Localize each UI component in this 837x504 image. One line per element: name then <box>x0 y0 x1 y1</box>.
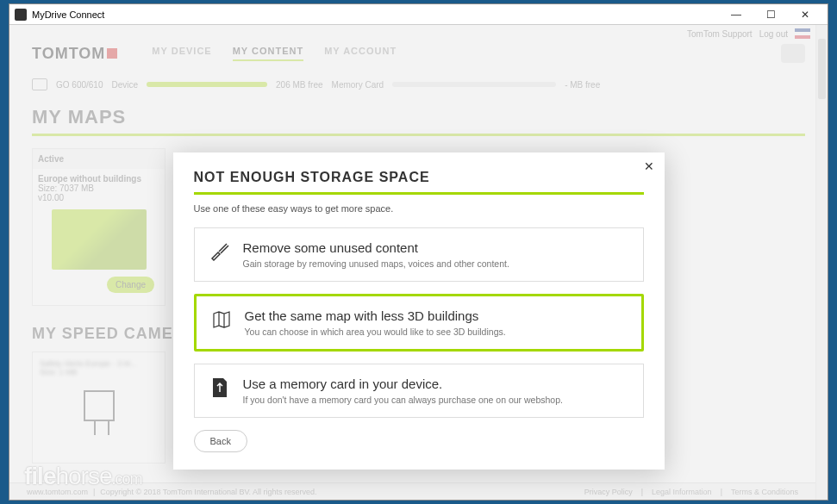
sd-card-icon <box>209 376 231 399</box>
app-window: MyDrive Connect — ☐ ✕ TomTom Support Log… <box>9 3 828 501</box>
watermark: filehorse.com <box>24 463 142 490</box>
modal-title: NOT ENOUGH STORAGE SPACE <box>194 170 644 195</box>
option2-desc: You can choose in which area you would l… <box>245 327 506 337</box>
titlebar: MyDrive Connect — ☐ ✕ <box>9 4 828 25</box>
modal-close-button[interactable]: ✕ <box>644 159 654 173</box>
option2-title: Get the same map with less 3D buildings <box>245 308 506 323</box>
app-icon <box>15 9 27 21</box>
option1-desc: Gain storage by removing unused maps, vo… <box>243 258 509 269</box>
option1-title: Remove some unused content <box>243 240 509 255</box>
maximize-button[interactable]: ☐ <box>753 5 788 24</box>
close-window-button[interactable]: ✕ <box>788 5 822 24</box>
app-body: TomTom Support Log out TOMTOM MY DEVICE … <box>9 25 828 500</box>
option-memory-card[interactable]: Use a memory card in your device. If you… <box>194 364 644 418</box>
window-title: MyDrive Connect <box>32 9 104 20</box>
minimize-button[interactable]: — <box>719 5 753 24</box>
option-remove-content[interactable]: Remove some unused content Gain storage … <box>194 227 644 282</box>
option3-desc: If you don't have a memory card you can … <box>243 395 563 405</box>
back-button[interactable]: Back <box>194 430 247 452</box>
broom-icon <box>209 240 231 263</box>
map-icon <box>210 308 233 331</box>
modal-wrap: ✕ NOT ENOUGH STORAGE SPACE Use one of th… <box>9 25 828 500</box>
storage-modal: ✕ NOT ENOUGH STORAGE SPACE Use one of th… <box>173 152 665 470</box>
option3-title: Use a memory card in your device. <box>243 376 563 391</box>
option-less-3d[interactable]: Get the same map with less 3D buildings … <box>194 294 644 352</box>
modal-subtitle: Use one of these easy ways to get more s… <box>194 203 644 214</box>
